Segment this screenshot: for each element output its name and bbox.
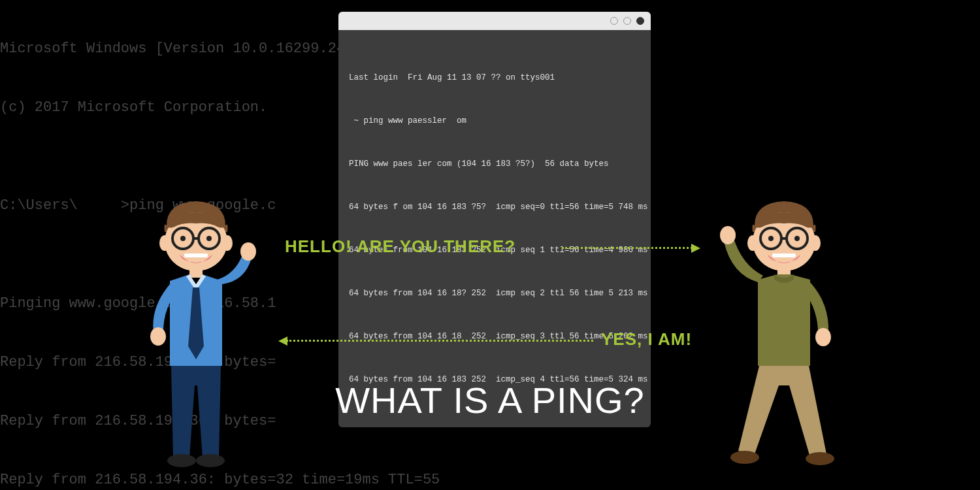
svg-rect-22 xyxy=(772,253,796,257)
mac-titlebar xyxy=(338,12,651,30)
arrow-right-icon xyxy=(562,247,693,249)
svg-point-25 xyxy=(815,328,831,346)
svg-point-26 xyxy=(730,451,759,464)
svg-point-1 xyxy=(159,235,170,251)
mac-terminal-window: Last login Fri Aug 11 13 07 ?? on ttys00… xyxy=(338,12,651,427)
window-control-icon xyxy=(623,17,631,25)
svg-point-21 xyxy=(794,236,800,241)
svg-point-24 xyxy=(720,226,736,244)
svg-point-2 xyxy=(222,235,233,251)
terminal-line: 64 bytes from 104 16 18? 252 icmp seq 2 … xyxy=(349,286,640,301)
window-control-icon xyxy=(610,17,618,25)
svg-rect-9 xyxy=(189,268,203,278)
svg-point-7 xyxy=(206,236,212,241)
svg-point-16 xyxy=(810,235,821,251)
svg-point-15 xyxy=(747,235,758,251)
terminal-line: Last login Fri Aug 11 13 07 ?? on ttys00… xyxy=(349,71,640,85)
person-receiver-icon xyxy=(706,196,849,487)
svg-rect-8 xyxy=(184,253,208,257)
terminal-line: ~ ping www paessler om xyxy=(349,114,640,128)
svg-point-13 xyxy=(196,454,225,467)
svg-point-6 xyxy=(180,236,186,241)
window-control-icon xyxy=(636,17,644,25)
terminal-line: PING www paes ler com (104 16 183 ?5?) 5… xyxy=(349,157,640,171)
svg-point-11 xyxy=(240,242,256,261)
person-sender-icon xyxy=(131,196,261,487)
svg-point-12 xyxy=(167,454,196,467)
speech-yes: YES, I AM! xyxy=(601,329,692,350)
mac-terminal-output: Last login Fri Aug 11 13 07 ?? on ttys00… xyxy=(338,30,651,427)
svg-point-10 xyxy=(150,327,166,346)
svg-point-27 xyxy=(806,452,834,465)
arrow-left-icon xyxy=(286,340,593,342)
svg-point-20 xyxy=(768,236,774,241)
terminal-line: 64 bytes f om 104 16 183 ?5? icmp seq=0 … xyxy=(349,200,640,214)
speech-hello: HELLO! ARE YOU THERE? xyxy=(285,237,515,257)
